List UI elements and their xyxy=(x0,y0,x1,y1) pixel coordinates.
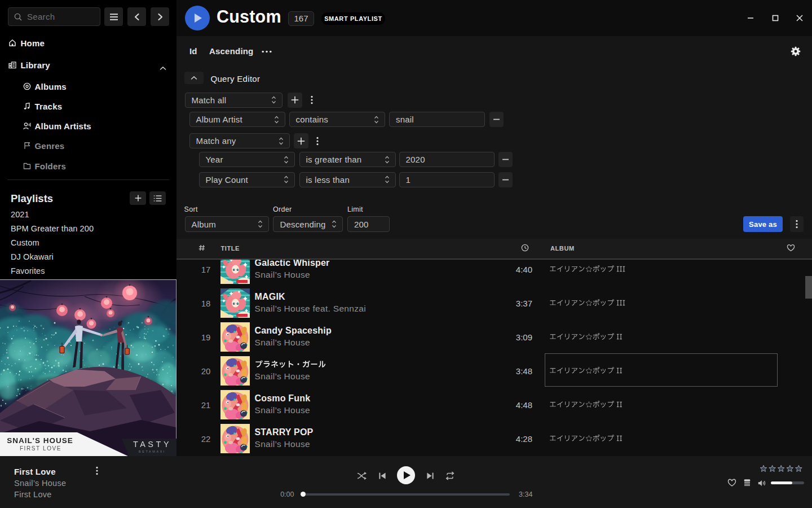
svg-text:FIRST LOVE: FIRST LOVE xyxy=(20,445,61,452)
svg-text:TASTY: TASTY xyxy=(133,440,171,449)
svg-text:SNAIL'S HOUSE: SNAIL'S HOUSE xyxy=(7,436,73,445)
svg-text:BETAMAXI: BETAMAXI xyxy=(139,450,166,453)
